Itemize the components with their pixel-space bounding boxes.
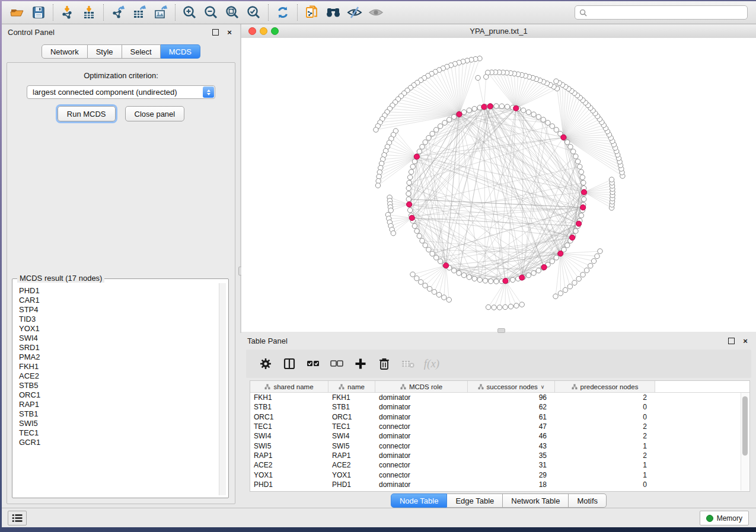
clone-network-button[interactable] (301, 2, 323, 23)
mcds-result-item[interactable]: PMA2 (19, 352, 227, 362)
show-all-button[interactable] (365, 2, 387, 23)
column-header[interactable]: name (328, 381, 375, 392)
close-panel-icon[interactable]: × (741, 336, 750, 345)
graph-node[interactable] (554, 79, 559, 84)
graph-dominator-node[interactable] (558, 251, 563, 256)
graph-node[interactable] (554, 255, 559, 260)
zoom-selected-button[interactable] (243, 2, 264, 23)
import-table-button[interactable] (78, 2, 100, 23)
graph-node[interactable] (407, 175, 412, 180)
zoom-in-button[interactable] (179, 2, 200, 23)
table-row[interactable]: SWI4SWI4dominator462 (250, 431, 749, 441)
close-panel-icon[interactable]: × (225, 27, 234, 37)
graph-node[interactable] (452, 268, 457, 273)
graph-node[interactable] (575, 159, 580, 164)
graph-node[interactable] (467, 275, 471, 280)
graph-node[interactable] (508, 304, 513, 309)
float-panel-icon[interactable] (726, 336, 736, 345)
graph-node[interactable] (609, 177, 614, 182)
graph-dominator-node[interactable] (481, 104, 487, 110)
graph-node[interactable] (492, 305, 496, 310)
tab-network[interactable]: Network (42, 44, 88, 59)
close-panel-button[interactable]: Close panel (125, 106, 185, 121)
graph-node[interactable] (573, 154, 578, 159)
tab-style[interactable]: Style (88, 44, 122, 59)
graph-node[interactable] (578, 164, 582, 169)
refresh-view-button[interactable] (272, 2, 294, 23)
graph-node[interactable] (581, 180, 586, 185)
graph-node[interactable] (406, 186, 411, 191)
mcds-result-item[interactable]: TID3 (19, 315, 227, 324)
graph-node[interactable] (584, 268, 589, 273)
graph-dominator-node[interactable] (570, 235, 575, 240)
table-scrollbar-thumb[interactable] (742, 396, 748, 456)
graph-node[interactable] (477, 277, 482, 282)
graph-node[interactable] (483, 278, 487, 283)
graph-node[interactable] (568, 144, 573, 149)
mcds-result-item[interactable]: RAP1 (19, 400, 227, 409)
graph-node[interactable] (580, 272, 585, 277)
table-row[interactable]: PHD1PHD1dominator180 (250, 480, 749, 489)
graph-node[interactable] (536, 268, 541, 273)
graph-node[interactable] (486, 305, 490, 309)
graph-node[interactable] (417, 149, 422, 154)
graph-node[interactable] (446, 117, 451, 122)
mcds-result-item[interactable]: PHD1 (19, 286, 227, 296)
table-row[interactable]: STB1STB1dominator620 (250, 402, 749, 412)
mcds-result-item[interactable]: ORC1 (19, 390, 227, 400)
horizontal-divider-grip[interactable] (497, 328, 505, 333)
table-scrollbar[interactable] (741, 393, 749, 491)
graph-dominator-node[interactable] (580, 205, 586, 210)
graph-node[interactable] (442, 120, 447, 125)
graph-node[interactable] (423, 283, 428, 288)
graph-node[interactable] (412, 223, 417, 228)
graph-dominator-node[interactable] (457, 111, 462, 117)
graph-node[interactable] (595, 254, 599, 258)
graph-node[interactable] (412, 159, 417, 164)
search-input[interactable] (590, 8, 743, 17)
graph-node[interactable] (536, 114, 541, 119)
graph-node[interactable] (550, 259, 554, 264)
settings-gear-button[interactable] (257, 355, 275, 373)
zoom-fit-button[interactable] (222, 2, 243, 23)
graph-node[interactable] (580, 175, 585, 180)
graph-node[interactable] (494, 279, 499, 284)
mcds-result-item[interactable]: CAR1 (19, 296, 227, 305)
graph-node[interactable] (598, 249, 602, 254)
graph-node[interactable] (414, 229, 419, 233)
graph-node[interactable] (567, 284, 572, 289)
tab-network-table[interactable]: Network Table (503, 493, 569, 508)
mcds-result-scrollbar[interactable] (219, 283, 226, 495)
graph-dominator-node[interactable] (576, 221, 581, 226)
column-header[interactable]: predecessor nodes (555, 381, 655, 392)
graph-node[interactable] (446, 297, 451, 302)
graph-node[interactable] (570, 149, 575, 154)
tab-edge-table[interactable]: Edge Table (447, 493, 503, 508)
graph-node[interactable] (579, 169, 583, 174)
graph-node[interactable] (410, 272, 415, 277)
graph-node[interactable] (541, 117, 546, 122)
graph-node[interactable] (374, 127, 378, 132)
graph-node[interactable] (503, 305, 508, 309)
graph-node[interactable] (423, 140, 428, 145)
table-row[interactable]: FKH1FKH1dominator962 (250, 393, 749, 402)
mcds-result-item[interactable]: TEC1 (19, 428, 227, 438)
graph-node[interactable] (576, 276, 581, 281)
column-header[interactable]: successor nodes∨ (468, 381, 555, 392)
graph-node[interactable] (484, 75, 489, 79)
graph-node[interactable] (375, 183, 380, 188)
optimization-criterion-select[interactable]: largest connected component (undirected) (27, 85, 215, 99)
graph-dominator-node[interactable] (444, 263, 449, 268)
graph-node[interactable] (432, 290, 436, 294)
tab-motifs[interactable]: Motifs (569, 493, 607, 508)
graph-node[interactable] (476, 75, 480, 80)
graph-node[interactable] (442, 295, 446, 300)
zoom-out-button[interactable] (200, 2, 222, 23)
mcds-result-item[interactable]: YOX1 (19, 324, 227, 334)
mcds-result-item[interactable]: SRD1 (19, 343, 227, 352)
graph-node[interactable] (417, 233, 422, 238)
graph-node[interactable] (521, 108, 526, 113)
task-history-button[interactable] (8, 511, 27, 525)
graph-dominator-node[interactable] (414, 154, 419, 159)
run-mcds-button[interactable]: Run MCDS (58, 106, 116, 121)
